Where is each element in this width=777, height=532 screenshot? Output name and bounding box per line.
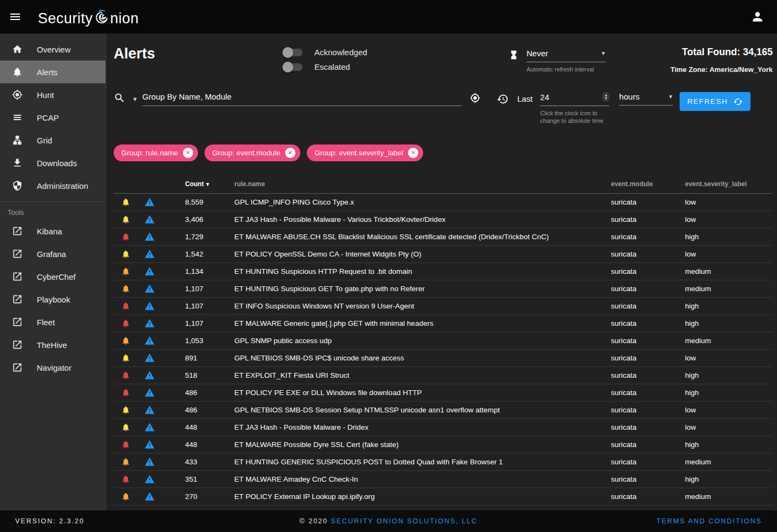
table-row[interactable]: 1,729 ET MALWARE ABUSE.CH SSL Blacklist … [114, 228, 773, 246]
severity-bell-icon[interactable] [114, 319, 137, 328]
table-row[interactable]: 1,053 GPL SNMP public access udp suricat… [114, 332, 773, 350]
sidebar-item-overview[interactable]: Overview [0, 38, 106, 61]
table-row[interactable]: 1,107 ET HUNTING Suspicious GET To gate.… [114, 280, 773, 298]
alert-info-icon[interactable] [137, 214, 161, 225]
alert-info-icon[interactable] [137, 301, 161, 311]
severity-bell-icon[interactable] [114, 475, 137, 484]
sidebar-item-hunt[interactable]: Hunt [0, 83, 106, 106]
severity-bell-icon[interactable] [114, 440, 137, 449]
severity-bell-icon[interactable] [114, 371, 137, 380]
alert-info-icon[interactable] [137, 474, 161, 484]
group-chip-event-severity-label[interactable]: Group: event.severity_label ✕ [307, 145, 423, 161]
alert-info-icon[interactable] [137, 318, 161, 329]
chevron-down-icon: ▼ [601, 50, 606, 56]
alert-info-icon[interactable] [137, 439, 161, 450]
remove-chip-icon[interactable]: ✕ [183, 148, 193, 158]
severity-bell-icon[interactable] [114, 423, 137, 432]
table-row[interactable]: 433 ET HUNTING GENERIC SUSPICIOUS POST t… [114, 454, 773, 471]
table-row[interactable]: 448 ET JA3 Hash - Possible Malware - Dri… [114, 419, 773, 436]
severity-bell-icon[interactable] [114, 353, 137, 363]
severity-bell-icon[interactable] [114, 388, 137, 397]
quick-filter-icon[interactable] [470, 93, 480, 106]
alert-info-icon[interactable] [137, 284, 161, 294]
sidebar-item-downloads[interactable]: Downloads [0, 152, 106, 174]
time-zone-value: America/New_York [709, 65, 773, 74]
cell-event-severity-label: high [685, 371, 773, 379]
sidebar-tool-cyberchef[interactable]: CyberChef [0, 265, 106, 288]
sidebar-item-grid[interactable]: Grid [0, 129, 106, 152]
column-header-count[interactable]: Count ▼ [161, 180, 234, 188]
remove-chip-icon[interactable]: ✕ [408, 148, 418, 158]
history-clock-icon[interactable] [497, 93, 509, 107]
search-icon[interactable] [114, 92, 126, 106]
alert-info-icon[interactable] [137, 422, 161, 432]
alert-info-icon[interactable] [137, 387, 161, 398]
alert-info-icon[interactable] [137, 491, 161, 502]
refresh-button[interactable]: REFRESH [680, 92, 750, 111]
acknowledged-toggle[interactable]: Acknowledged [284, 48, 419, 57]
toggle-switch[interactable] [284, 63, 302, 71]
table-row[interactable]: 1,107 ET MALWARE Generic gate[.].php GET… [114, 315, 773, 332]
sidebar-item-pcap[interactable]: PCAP [0, 106, 106, 129]
severity-bell-icon[interactable] [114, 198, 137, 207]
alert-info-icon[interactable] [137, 457, 161, 467]
security-onion-logo: Security nion [38, 7, 139, 27]
toggle-switch[interactable] [284, 49, 302, 56]
alert-info-icon[interactable] [137, 405, 161, 415]
group-chip-event-module[interactable]: Group: event.module ✕ [205, 145, 300, 161]
alert-info-icon[interactable] [137, 232, 161, 242]
search-input[interactable] [142, 92, 462, 101]
refresh-interval-select[interactable]: Never ▼ Automatic refresh interval [526, 49, 606, 77]
table-row[interactable]: 486 ET POLICY PE EXE or DLL Windows file… [114, 384, 773, 402]
column-header-rule-name[interactable]: rule.name [234, 180, 611, 188]
severity-bell-icon[interactable] [114, 336, 137, 345]
column-header-event-severity-label[interactable]: event.severity_label [685, 180, 773, 188]
table-row[interactable]: 1,542 ET POLICY OpenSSL Demo CA - Intern… [114, 246, 773, 263]
column-header-event-module[interactable]: event.module [611, 180, 685, 188]
relative-time-input[interactable] [540, 93, 602, 102]
sidebar-tool-kibana[interactable]: Kibana [0, 220, 106, 242]
table-row[interactable]: 270 ET POLICY External IP Lookup api.ipi… [114, 488, 773, 505]
alert-info-icon[interactable] [137, 336, 161, 346]
severity-bell-icon[interactable] [114, 232, 137, 241]
sidebar-tool-grafana[interactable]: Grafana [0, 242, 106, 265]
table-row[interactable]: 1,134 ET HUNTING Suspicious HTTP Request… [114, 263, 773, 280]
time-unit-select[interactable]: hours ▼ [619, 92, 673, 106]
alert-info-icon[interactable] [137, 266, 161, 277]
terms-link[interactable]: TERMS AND CONDITIONS [656, 517, 762, 525]
user-account-icon[interactable] [746, 5, 769, 29]
table-row[interactable]: 351 ET MALWARE Amadey CnC Check-In suric… [114, 471, 773, 488]
table-row[interactable]: 891 GPL NETBIOS SMB-DS IPC$ unicode shar… [114, 350, 773, 367]
table-row[interactable]: 8,559 GPL ICMP_INFO PING Cisco Type.x su… [114, 194, 773, 211]
escalated-toggle[interactable]: Escalated [284, 62, 419, 71]
remove-chip-icon[interactable]: ✕ [285, 148, 295, 158]
severity-bell-icon[interactable] [114, 457, 137, 467]
query-presets-chevron-icon[interactable]: ▼ [132, 96, 138, 102]
severity-bell-icon[interactable] [114, 405, 137, 415]
alert-info-icon[interactable] [137, 353, 161, 363]
sidebar-tool-thehive[interactable]: TheHive [0, 333, 106, 356]
severity-bell-icon[interactable] [114, 215, 137, 224]
alert-info-icon[interactable] [137, 370, 161, 380]
alert-info-icon[interactable] [137, 197, 161, 207]
table-row[interactable]: 448 ET MALWARE Possible Dyre SSL Cert (f… [114, 436, 773, 454]
menu-icon[interactable] [2, 4, 28, 30]
table-row[interactable]: 518 ET EXPLOIT_KIT Fiesta URI Struct sur… [114, 367, 773, 384]
sidebar-tool-navigator[interactable]: Navigator [0, 356, 106, 379]
severity-bell-icon[interactable] [114, 267, 137, 276]
copyright-link[interactable]: SECURITY ONION SOLUTIONS, LLC [331, 517, 477, 525]
table-row[interactable]: 3,406 ET JA3 Hash - Possible Malware - V… [114, 211, 773, 228]
severity-bell-icon[interactable] [114, 301, 137, 311]
group-chip-rule-name[interactable]: Group: rule.name ✕ [114, 145, 198, 161]
severity-bell-icon[interactable] [114, 284, 137, 293]
alert-info-icon[interactable] [137, 249, 161, 259]
severity-bell-icon[interactable] [114, 249, 137, 259]
sidebar-item-administration[interactable]: Administration [0, 174, 106, 197]
stepper-icon[interactable]: ▲▼ [602, 92, 609, 102]
table-row[interactable]: 486 GPL NETBIOS SMB-DS Session Setup NTM… [114, 402, 773, 419]
sidebar-tool-playbook[interactable]: Playbook [0, 288, 106, 311]
sidebar-tool-fleet[interactable]: Fleet [0, 311, 106, 333]
sidebar-item-alerts[interactable]: Alerts [0, 61, 106, 83]
table-row[interactable]: 1,107 ET INFO Suspicious Windows NT vers… [114, 298, 773, 315]
severity-bell-icon[interactable] [114, 492, 137, 501]
